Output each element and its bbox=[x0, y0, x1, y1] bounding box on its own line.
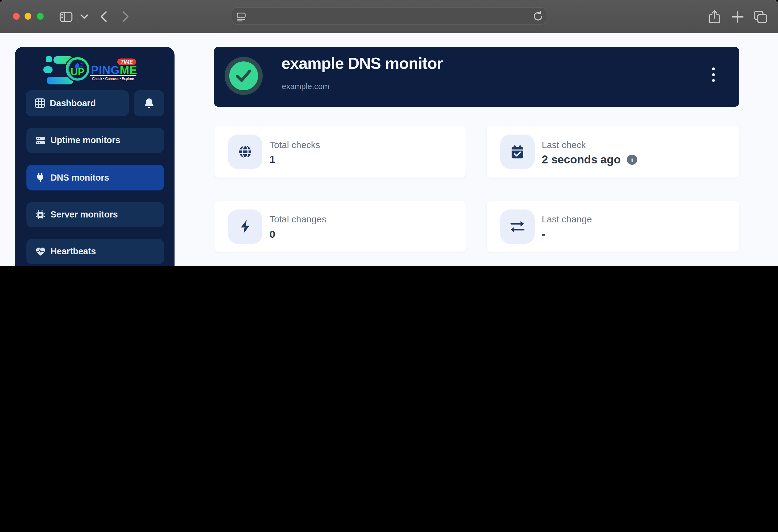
svg-text:TIME: TIME bbox=[121, 59, 133, 65]
svg-text:Check • Connect • Explore: Check • Connect • Explore bbox=[92, 76, 134, 81]
svg-text:PINGME: PINGME bbox=[91, 64, 137, 76]
